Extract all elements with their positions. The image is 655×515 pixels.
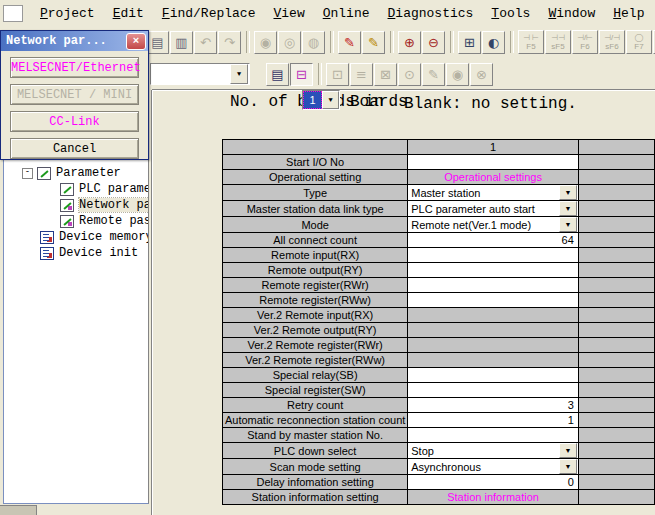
cell-extra: [578, 263, 654, 278]
dropdown-cell[interactable]: PLC parameter auto start▼: [408, 201, 578, 216]
chevron-down-icon[interactable]: ▼: [230, 64, 248, 84]
ladder-monitor-icon[interactable]: ⊠: [374, 63, 397, 86]
cell-extra: [578, 185, 654, 201]
open-contact-button[interactable]: ⊣ ⊢F5: [518, 30, 544, 54]
dialog-title-bar[interactable]: Network par... ×: [1, 31, 148, 51]
cell-station-information-setting[interactable]: Station information: [408, 490, 579, 505]
cell-special-register-sw[interactable]: [408, 383, 579, 398]
write-mode-icon[interactable]: ✎: [338, 31, 361, 54]
chevron-down-icon[interactable]: ▼: [559, 459, 577, 474]
comment-icon[interactable]: ◉: [446, 63, 469, 86]
new-window-icon[interactable]: ⊡: [326, 63, 349, 86]
window-select-combobox[interactable]: ▼: [150, 63, 250, 85]
menu-item-find-replace[interactable]: Find/Replace: [153, 3, 265, 24]
cell-scan-mode-setting[interactable]: Asynchronous▼: [408, 459, 579, 475]
window-swap-icon[interactable]: ⊞: [458, 31, 481, 54]
open-contact-button-key: F5: [526, 42, 535, 51]
cell-all-connect-count[interactable]: 64: [408, 233, 579, 248]
boards-count-value: 1: [303, 91, 322, 109]
menu-item-edit[interactable]: Edit: [104, 3, 153, 24]
cell-delay-infomation-setting[interactable]: 0: [408, 475, 579, 490]
cell-ver-2-remote-output-ry: [408, 323, 579, 338]
cell-extra: [578, 398, 654, 413]
coil-button-symbol: ◯: [635, 33, 644, 42]
chevron-down-icon[interactable]: ▼: [322, 91, 339, 109]
paste-special-icon[interactable]: ▥: [170, 31, 193, 54]
cell-type[interactable]: Master station▼: [408, 185, 579, 201]
cell-remote-register-rww[interactable]: [408, 293, 579, 308]
menu-item-help[interactable]: Help: [604, 3, 653, 24]
chevron-down-icon[interactable]: ▼: [559, 201, 577, 216]
stop-monitor-icon[interactable]: ⊗: [470, 63, 493, 86]
find-string-icon[interactable]: ◍: [302, 31, 325, 54]
zoom-read-icon[interactable]: ⊕: [398, 31, 421, 54]
menu-item-project[interactable]: Project: [31, 3, 104, 24]
cell-retry-count[interactable]: 3: [408, 398, 579, 413]
cell-extra: [578, 278, 654, 293]
ladder-mode-icon[interactable]: ≡: [350, 63, 373, 86]
menu-item-window[interactable]: Window: [539, 3, 604, 24]
dropdown-value: Remote net(Ver.1 mode): [408, 219, 559, 231]
dropdown-cell[interactable]: Asynchronous▼: [408, 459, 578, 474]
cell-stand-by-master-station-no[interactable]: [408, 428, 579, 443]
cell-automatic-reconnection-station-count[interactable]: 1: [408, 413, 579, 428]
monitor-write-mode-icon[interactable]: ✎: [362, 31, 385, 54]
tree-expander-icon[interactable]: -: [22, 168, 33, 179]
chevron-down-icon[interactable]: ▼: [559, 443, 577, 458]
menu-item-tools[interactable]: Tools: [482, 3, 539, 24]
cell-remote-register-rwr[interactable]: [408, 278, 579, 293]
gx-developer-window: ProjectEditFind/ReplaceViewOnlineDiagnos…: [0, 0, 655, 515]
undo-icon[interactable]: ↶: [194, 31, 217, 54]
melsecnet-ethernet-button[interactable]: MELSECNET/Ethernet: [10, 57, 139, 78]
dropdown-cell[interactable]: Stop▼: [408, 443, 578, 458]
cell-remote-input-rx[interactable]: [408, 248, 579, 263]
cancel-button[interactable]: Cancel: [10, 138, 139, 159]
monitor-edit-icon[interactable]: ✎: [422, 63, 445, 86]
coil-button[interactable]: ◯F7: [626, 30, 652, 54]
table-row-delay-infomation-setting: Delay infomation setting0: [223, 475, 655, 490]
netparam-icon: [60, 215, 74, 228]
menu-item-online[interactable]: Online: [314, 3, 379, 24]
cell-remote-output-ry[interactable]: [408, 263, 579, 278]
closed-contact-button[interactable]: ⊣/⊢F6: [572, 30, 598, 54]
cell-mode[interactable]: Remote net(Ver.1 mode)▼: [408, 217, 579, 233]
dialog-body: MELSECNET/EthernetMELSECNET / MINICC-Lin…: [1, 51, 148, 165]
zoom-write-icon[interactable]: ⊖: [422, 31, 445, 54]
menu-item-diagnostics[interactable]: Diagnostics: [379, 3, 483, 24]
doc-find-icon[interactable]: ▤: [266, 63, 289, 86]
cell-special-relay-sb[interactable]: [408, 368, 579, 383]
globe-find-icon[interactable]: ◐: [482, 31, 505, 54]
row-label: Automatic reconnection station count: [223, 413, 408, 428]
tree-item-device-memory[interactable]: Device memory: [4, 229, 148, 245]
child-window-icon[interactable]: [3, 5, 23, 22]
close-icon[interactable]: ×: [126, 33, 146, 50]
tree-item-remote-pas[interactable]: Remote pas: [4, 213, 148, 229]
tree-item-plc-parame[interactable]: PLC parame: [4, 181, 148, 197]
dropdown-cell[interactable]: Remote net(Ver.1 mode)▼: [408, 217, 578, 232]
redo-icon[interactable]: ↷: [218, 31, 241, 54]
cell-operational-setting[interactable]: Operational settings: [408, 170, 579, 185]
tree-item-parameter[interactable]: -Parameter: [4, 165, 148, 181]
table-row-special-register-sw: Special register(SW): [223, 383, 655, 398]
chevron-down-icon[interactable]: ▼: [559, 185, 577, 200]
boards-count-combobox[interactable]: 1 ▼: [302, 90, 340, 110]
find-device-icon[interactable]: ◉: [254, 31, 277, 54]
cell-master-station-data-link-type[interactable]: PLC parameter auto start▼: [408, 201, 579, 217]
closed-branch-button[interactable]: ⊣/⊣sF6: [599, 30, 625, 54]
dropdown-cell[interactable]: Master station▼: [408, 185, 578, 200]
open-branch-button[interactable]: ⊣⊣sF5: [545, 30, 571, 54]
cell-plc-down-select[interactable]: Stop▼: [408, 443, 579, 459]
menu-item-view[interactable]: View: [264, 3, 313, 24]
tree-item-device-init[interactable]: Device init: [4, 245, 148, 261]
table-row-mode: ModeRemote net(Ver.1 mode)▼: [223, 217, 655, 233]
scrollbar-corner[interactable]: [0, 505, 37, 515]
chevron-down-icon[interactable]: ▼: [559, 217, 577, 232]
tree-item-network-pa[interactable]: Network pa: [4, 197, 148, 213]
find-instruction-icon[interactable]: ◎: [278, 31, 301, 54]
cell-start-i-o-no[interactable]: [408, 155, 579, 170]
paste-icon[interactable]: ▤: [146, 31, 169, 54]
table-row-remote-register-rwr: Remote register(RWr): [223, 278, 655, 293]
project-data-list-icon[interactable]: ⊟: [290, 63, 313, 86]
monitor-start-icon[interactable]: ⊙: [398, 63, 421, 86]
cc-link-button[interactable]: CC-Link: [10, 111, 139, 132]
